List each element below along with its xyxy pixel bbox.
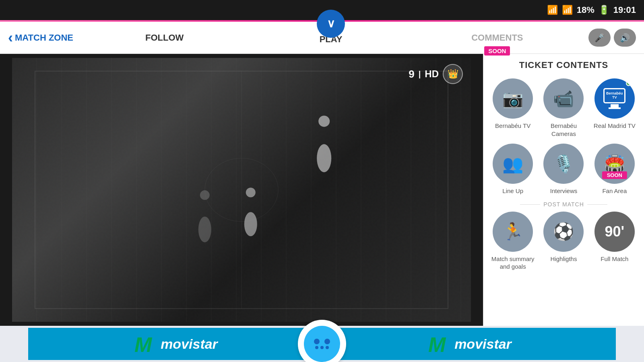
movistar-logo-left: M movistar — [132, 332, 218, 356]
chat-dot-3 — [326, 346, 329, 349]
svg-point-4 — [318, 115, 330, 127]
clock-icon: 90' — [605, 223, 625, 240]
ticket-grid-mid: 👥 Line Up 🎙️ Interviews 🏟️ SOON Fan Area — [489, 144, 638, 195]
ticket-item-interviews[interactable]: 🎙️ Interviews — [540, 144, 587, 195]
signal-icon: 📶 — [562, 5, 573, 15]
runner-icon: 🏃 — [502, 222, 523, 241]
player-figures — [12, 58, 471, 322]
match-summary-icon-wrap: 🏃 — [493, 212, 533, 252]
bernabeu-cameras-label: Bernabéu Cameras — [540, 122, 587, 138]
ticket-item-full-match[interactable]: 90' Full Match — [591, 212, 638, 271]
video-overlay-info: 9 | HD 👑 — [409, 64, 463, 84]
chat-bot-inner — [304, 326, 340, 362]
fan-area-label: Fan Area — [602, 187, 627, 195]
battery-percent: 18% — [577, 5, 594, 15]
full-match-label: Full Match — [601, 255, 628, 263]
stadium-icon: 🏟️ — [604, 154, 625, 174]
tab-follow[interactable]: FOLLOW — [81, 22, 248, 53]
main-content: 9 | HD 👑 TICKET CONTENTS 📷 Bernabéu TV — [0, 54, 644, 326]
svg-text:M: M — [134, 333, 153, 356]
movistar-banner-left[interactable]: M movistar — [28, 328, 322, 360]
mic-icon: 🎙️ — [553, 154, 574, 174]
svg-point-7 — [244, 212, 257, 236]
volume-icon: 🔊 — [620, 33, 630, 43]
lineup-icon: 👥 — [502, 154, 523, 174]
nav-bar: ‹ MATCH ZONE FOLLOW ∨ PLAY COMMENTS SOON… — [0, 22, 644, 54]
chat-dot-1 — [315, 346, 318, 349]
bernabeu-cameras-icon-wrap: 📹 — [543, 78, 584, 119]
tv-stand — [611, 104, 619, 107]
tv-screen: Bernabéu TV — [603, 88, 625, 103]
svg-text:M: M — [428, 333, 446, 356]
highlights-icon-wrap: ⚽ — [543, 212, 584, 252]
chat-dots — [315, 346, 329, 349]
audio-btn-1[interactable]: 🎤 — [588, 29, 611, 47]
ticket-item-fan-area[interactable]: 🏟️ SOON Fan Area — [591, 144, 638, 195]
chat-bot-eye-right — [324, 339, 330, 344]
bernabeu-tv-icon-wrap: 📷 — [493, 78, 533, 119]
cctv-icon: 📹 — [553, 89, 574, 109]
rm-logo: 👑 — [443, 64, 463, 84]
online-dot — [626, 80, 632, 86]
audio-btn-2[interactable]: 🔊 — [614, 29, 636, 47]
video-area: 9 | HD 👑 — [0, 54, 483, 326]
post-match-divider: POST MATCH — [489, 201, 638, 208]
movistar-logo-right: M movistar — [426, 332, 512, 356]
full-match-icon-wrap: 90' — [594, 212, 635, 252]
fan-area-soon-ribbon: SOON — [602, 171, 627, 179]
chat-bot-eyes — [314, 339, 330, 344]
ticket-item-bernabeu-cameras[interactable]: 📹 Bernabéu Cameras — [540, 78, 587, 138]
ball-icon: ⚽ — [553, 222, 574, 241]
lineup-label: Line Up — [502, 187, 523, 195]
ticket-contents-title: TICKET CONTENTS — [489, 60, 638, 70]
ticket-item-highlights[interactable]: ⚽ Highligths — [540, 212, 587, 271]
movistar-text-left: movistar — [161, 336, 218, 352]
back-arrow-icon: ‹ — [8, 29, 13, 46]
movistar-m-icon-right: M — [426, 332, 450, 356]
time-display: 19:01 — [613, 5, 636, 15]
video-player[interactable]: 9 | HD 👑 — [12, 58, 471, 322]
movistar-text-right: movistar — [454, 336, 512, 352]
back-button[interactable]: ‹ MATCH ZONE — [0, 29, 81, 46]
svg-point-5 — [198, 216, 211, 242]
ticket-item-real-madrid-tv[interactable]: Bernabéu TV Real Madrid TV — [591, 78, 638, 138]
nav-tabs: FOLLOW ∨ PLAY COMMENTS SOON — [81, 22, 580, 53]
camera-icon: 📷 — [502, 89, 523, 109]
wifi-icon: 📶 — [547, 5, 558, 15]
play-circle: ∨ — [317, 10, 345, 38]
ticket-item-match-summary[interactable]: 🏃 Match summary and goals — [489, 212, 536, 271]
ticket-item-lineup[interactable]: 👥 Line Up — [489, 144, 536, 195]
bottom-bar: M movistar M movistar — [0, 326, 644, 362]
divider: | — [419, 70, 421, 79]
movistar-banner-right[interactable]: M movistar — [322, 328, 616, 360]
svg-point-6 — [200, 190, 210, 200]
hd-label: HD — [425, 68, 439, 80]
real-madrid-tv-label: Real Madrid TV — [594, 122, 636, 130]
chat-bot-button[interactable] — [298, 320, 346, 362]
real-madrid-tv-icon-wrap: Bernabéu TV — [594, 78, 635, 119]
svg-point-8 — [246, 188, 256, 197]
tv-base — [609, 107, 621, 109]
match-summary-label: Match summary and goals — [489, 255, 536, 271]
microphone-icon: 🎤 — [594, 33, 605, 43]
svg-point-3 — [317, 144, 331, 172]
movistar-m-icon-left: M — [132, 332, 157, 356]
audio-controls: 🎤 🔊 — [580, 29, 644, 47]
ticket-grid-top: 📷 Bernabéu TV 📹 Bernabéu Cameras Bernabé… — [489, 78, 638, 138]
ticket-grid-post: 🏃 Match summary and goals ⚽ Highligths 9… — [489, 212, 638, 271]
soon-badge: SOON — [484, 46, 510, 56]
tab-comments[interactable]: COMMENTS SOON — [414, 22, 580, 53]
chat-dot-2 — [320, 346, 324, 349]
match-zone-label[interactable]: MATCH ZONE — [15, 33, 73, 43]
chevron-down-icon: ∨ — [327, 18, 335, 29]
interviews-icon-wrap: 🎙️ — [543, 144, 584, 184]
ticket-item-bernabeu-tv[interactable]: 📷 Bernabéu TV — [489, 78, 536, 138]
chat-bot-eye-left — [314, 339, 320, 344]
bernabeu-tv-label: Bernabéu TV — [495, 122, 530, 130]
tv-icon: Bernabéu TV — [603, 88, 625, 109]
fan-area-icon-wrap: 🏟️ SOON — [594, 144, 635, 184]
tab-play[interactable]: ∨ PLAY — [248, 22, 414, 53]
highlights-label: Highligths — [551, 255, 577, 263]
channel-number: 9 — [409, 68, 414, 80]
ticket-panel: TICKET CONTENTS 📷 Bernabéu TV 📹 Bernabéu… — [483, 54, 644, 326]
